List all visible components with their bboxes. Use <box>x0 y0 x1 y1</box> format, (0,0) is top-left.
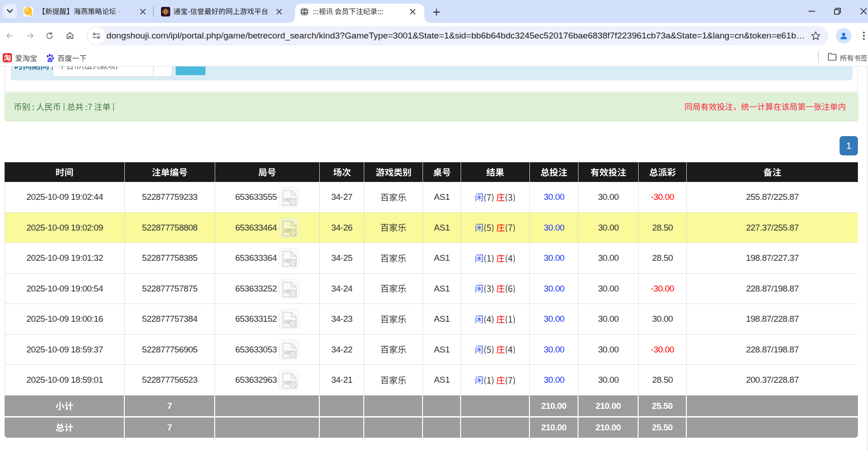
svg-text:du: du <box>48 58 52 61</box>
